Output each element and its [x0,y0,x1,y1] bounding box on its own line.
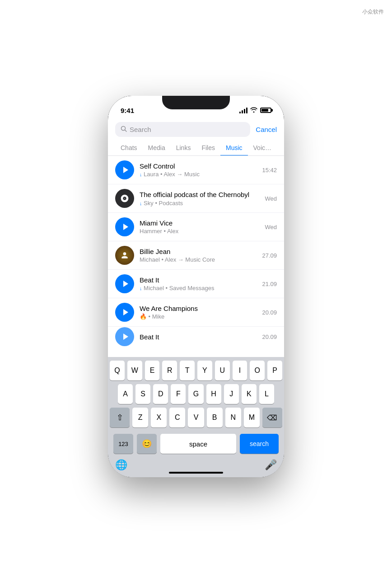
cancel-button[interactable]: Cancel [256,126,277,133]
item-date: 20.09 [262,333,277,340]
key-i[interactable]: I [233,361,247,380]
search-icon [121,126,127,133]
play-button[interactable] [115,217,134,236]
key-e[interactable]: E [145,361,160,380]
music-list: Self Control ↓ Laura • Alex → Music 15:4… [108,156,284,357]
item-title: Beat It [140,276,257,284]
space-key[interactable]: space [160,434,236,454]
signal-icon [239,108,247,113]
play-button[interactable] [115,160,134,179]
tab-voice[interactable]: Voic… [248,141,277,156]
item-info: Beat It ↓ Michael • Saved Messages [140,276,257,291]
item-title: Self Control [140,162,257,170]
key-a[interactable]: A [118,384,133,404]
delete-key[interactable]: ⌫ [262,408,282,427]
screen: 9:41 [108,96,284,477]
keyboard-row-3: ⇧ Z X C V B N M ⌫ [110,408,282,427]
search-bar-container: Cancel [108,118,284,141]
key-m[interactable]: M [244,408,260,427]
item-info: The official podcast of the Chernobyl ↓ … [140,190,260,207]
play-button[interactable] [115,303,134,322]
key-w[interactable]: W [127,361,142,380]
item-subtitle: Hammer • Alex [140,228,260,235]
item-title: Miami Vice [140,219,260,227]
item-subtitle: Michael • Alex → Music Core [140,256,257,263]
key-c[interactable]: C [169,408,185,427]
arrow-icon: ↓ [140,201,142,206]
tab-links[interactable]: Links [171,141,196,156]
numbers-key[interactable]: 123 [113,434,133,454]
key-p[interactable]: P [267,361,282,380]
key-h[interactable]: H [206,384,221,404]
item-info: We Are Champions 🔥 • Mike [140,305,257,320]
item-title: Billie Jean [140,248,257,255]
list-item[interactable]: Beat It ↓ Michael • Saved Messages 21.09 [108,270,284,298]
arrow-icon: ↓ [140,286,142,291]
item-date: 15:42 [262,167,277,174]
key-v[interactable]: V [188,408,204,427]
item-date: Wed [265,224,277,230]
key-d[interactable]: D [153,384,168,404]
search-input-wrap[interactable] [115,122,250,137]
key-o[interactable]: O [250,361,265,380]
list-item[interactable]: We Are Champions 🔥 • Mike 20.09 [108,298,284,327]
key-t[interactable]: T [180,361,195,380]
key-k[interactable]: K [242,384,257,404]
avatar [115,189,134,208]
item-date: 20.09 [262,309,277,316]
item-title: The official podcast of the Chernobyl [140,190,260,199]
shift-key[interactable]: ⇧ [110,408,130,427]
emoji-key[interactable]: 😊 [137,434,157,454]
item-date: 21.09 [262,281,277,287]
item-info: Self Control ↓ Laura • Alex → Music [140,162,257,178]
item-subtitle: ↓ Michael • Saved Messages [140,285,257,291]
item-info: Miami Vice Hammer • Alex [140,219,260,235]
key-r[interactable]: R [162,361,177,380]
key-z[interactable]: Z [132,408,148,427]
tab-files[interactable]: Files [196,141,220,156]
notch [162,96,230,109]
tab-media[interactable]: Media [143,141,171,156]
tabs-bar: Chats Media Links Files Music Voic… [108,141,284,156]
item-title: We Are Champions [140,305,257,312]
key-s[interactable]: S [135,384,150,404]
key-n[interactable]: N [225,408,241,427]
list-item[interactable]: Miami Vice Hammer • Alex Wed [108,213,284,241]
watermark: 小众软件 [362,8,384,16]
search-key[interactable]: search [240,434,279,454]
list-item[interactable]: Self Control ↓ Laura • Alex → Music 15:4… [108,156,284,184]
list-item[interactable]: Beat It 20.09 [108,327,284,347]
item-title: Beat It [140,333,257,341]
battery-icon [260,108,271,113]
keyboard-row-2: A S D F G H J K L [110,384,282,404]
key-u[interactable]: U [215,361,230,380]
tab-chats[interactable]: Chats [115,141,143,156]
item-date: 27.09 [262,252,277,259]
keyboard: Q W E R T Y U I O P A S D F G [108,357,284,477]
key-x[interactable]: X [151,408,167,427]
key-y[interactable]: Y [197,361,212,380]
list-item[interactable]: Billie Jean Michael • Alex → Music Core … [108,241,284,270]
mic-icon[interactable]: 🎤 [265,459,277,471]
search-input[interactable] [130,126,245,133]
wifi-icon [250,107,257,114]
list-item[interactable]: The official podcast of the Chernobyl ↓ … [108,184,284,213]
item-date: Wed [265,195,277,202]
item-subtitle: 🔥 • Mike [140,313,257,320]
key-g[interactable]: G [188,384,203,404]
key-q[interactable]: Q [110,361,125,380]
key-j[interactable]: J [224,384,239,404]
play-button[interactable] [115,274,134,293]
status-icons [239,107,271,114]
key-b[interactable]: B [207,408,223,427]
item-subtitle: ↓ Sky • Podcasts [140,200,260,207]
avatar [115,246,134,265]
globe-icon[interactable]: 🌐 [115,459,127,471]
tab-music[interactable]: Music [220,141,248,156]
key-l[interactable]: L [259,384,274,404]
key-f[interactable]: F [171,384,186,404]
play-button[interactable] [115,327,134,346]
phone-shell: 9:41 [108,96,284,477]
keyboard-row-1: Q W E R T Y U I O P [110,361,282,380]
item-subtitle: ↓ Laura • Alex → Music [140,171,257,178]
